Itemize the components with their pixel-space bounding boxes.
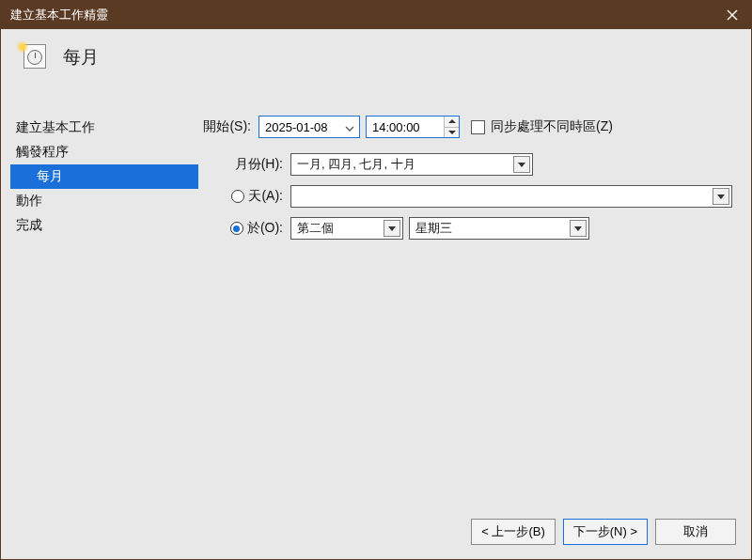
titlebar: 建立基本工作精靈 — [1, 1, 751, 29]
wizard-icon — [18, 42, 48, 72]
sidebar-item-monthly[interactable]: 每月 — [10, 164, 198, 189]
days-dropdown[interactable] — [290, 185, 732, 208]
chevron-down-icon — [713, 188, 729, 205]
row-on: 於(O): 第二個 星期三 — [198, 217, 742, 240]
chevron-down-icon — [384, 220, 400, 237]
close-button[interactable] — [721, 4, 744, 26]
months-value: 一月, 四月, 七月, 十月 — [297, 156, 415, 173]
on-radio-label: 於(O): — [198, 220, 283, 237]
wizard-header: 每月 — [1, 29, 751, 89]
wizard-window: 建立基本工作精靈 每月 建立基本工作 觸發程序 每月 動作 完成 開始(S): — [0, 0, 752, 560]
cancel-button[interactable]: 取消 — [655, 519, 736, 545]
on-ordinal-dropdown[interactable]: 第二個 — [290, 217, 403, 240]
sidebar: 建立基本工作 觸發程序 每月 動作 完成 — [10, 89, 198, 512]
footer: < 上一步(B) 下一步(N) > 取消 — [1, 512, 751, 559]
time-spinner — [444, 117, 459, 137]
start-label: 開始(S): — [198, 118, 251, 135]
chevron-down-icon — [513, 156, 530, 173]
on-weekday-value: 星期三 — [415, 220, 452, 237]
next-button[interactable]: 下一步(N) > — [563, 519, 648, 545]
wizard-body: 建立基本工作 觸發程序 每月 動作 完成 開始(S): — [1, 89, 751, 512]
sidebar-item-finish[interactable]: 完成 — [10, 213, 198, 238]
on-ordinal-value: 第二個 — [297, 220, 334, 237]
on-label: 於(O): — [247, 220, 283, 237]
days-radio-label: 天(A): — [198, 188, 283, 205]
sync-timezone-checkbox[interactable] — [471, 120, 485, 134]
sync-timezone-label: 同步處理不同時區(Z) — [491, 118, 613, 135]
sidebar-item-action[interactable]: 動作 — [10, 189, 198, 213]
chevron-down-icon — [570, 220, 587, 237]
time-spin-down[interactable] — [445, 128, 459, 138]
time-spin-up[interactable] — [445, 117, 459, 128]
on-radio[interactable] — [230, 222, 243, 235]
months-label: 月份(H): — [198, 156, 283, 173]
row-months: 月份(H): 一月, 四月, 七月, 十月 — [198, 153, 742, 176]
row-start: 開始(S): 同步處理不同時區(Z) — [198, 116, 742, 138]
row-days: 天(A): — [198, 185, 742, 208]
on-weekday-dropdown[interactable]: 星期三 — [409, 217, 589, 240]
months-dropdown[interactable]: 一月, 四月, 七月, 十月 — [290, 153, 533, 176]
sidebar-item-trigger[interactable]: 觸發程序 — [10, 140, 198, 164]
sidebar-item-create-task[interactable]: 建立基本工作 — [10, 116, 198, 140]
form-area: 開始(S): 同步處理不同時區(Z) 月份(H): — [198, 89, 742, 512]
days-label: 天(A): — [248, 188, 283, 205]
days-radio[interactable] — [231, 190, 244, 203]
page-title: 每月 — [63, 45, 99, 70]
back-button[interactable]: < 上一步(B) — [471, 519, 556, 545]
start-date-input[interactable] — [258, 116, 360, 138]
window-title: 建立基本工作精靈 — [10, 7, 108, 23]
